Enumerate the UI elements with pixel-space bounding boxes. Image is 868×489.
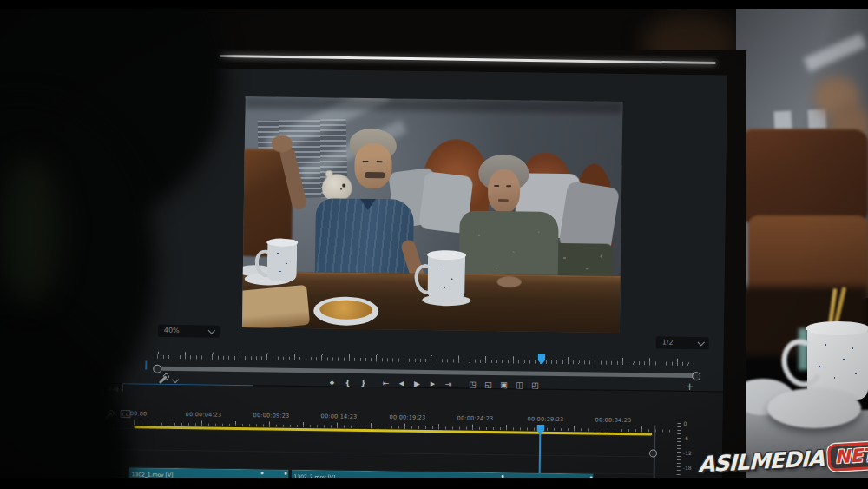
- man-eye: [377, 161, 383, 162]
- man-raised-hand: [272, 135, 293, 152]
- add-marker-button[interactable]: ◆: [327, 376, 337, 388]
- ruler-timecode: 00:00:14:23: [321, 413, 358, 420]
- monitor-zoom-select[interactable]: 40%: [158, 325, 220, 338]
- multi-camera-button[interactable]: ◰: [530, 380, 540, 392]
- leather-chair-back: [740, 129, 868, 224]
- ruler-timecode: 00:00:34:23: [595, 417, 632, 425]
- button-editor-plus-button[interactable]: +: [685, 380, 694, 393]
- ruler-timecode: 00:00:19:23: [390, 413, 426, 421]
- step-back-button[interactable]: ◀: [397, 377, 406, 389]
- letterbox-top: [0, 0, 868, 9]
- man-eye: [363, 161, 369, 162]
- go-to-in-button[interactable]: ⇤: [381, 377, 391, 389]
- ruler-timecode: 00:00: [130, 410, 148, 417]
- woman-eye: [494, 185, 499, 187]
- watermark-brand-text: ASILMEDIA: [698, 446, 824, 478]
- play-button[interactable]: ▶: [412, 378, 422, 390]
- scrollbar-left-handle[interactable]: [153, 365, 161, 373]
- silhouette-green-tint: [0, 156, 61, 304]
- white-plate: [767, 388, 861, 428]
- film-still-frame: 40% 1/2 ◆ { } ⇤ ◀ ▶ ▶ ⇥ ◳ ◱ ▣ ◫ ◰ +: [0, 0, 868, 489]
- ruler-timecode: 00:00:04:23: [186, 411, 222, 419]
- meter-scale-label: -12: [683, 450, 692, 456]
- letterbox-bottom: [0, 478, 868, 489]
- panel-focus-border: [145, 360, 147, 369]
- playback-resolution-select[interactable]: 1/2: [656, 337, 709, 350]
- bread: [242, 285, 310, 331]
- extract-button[interactable]: ◱: [483, 379, 493, 391]
- watermark-net-badge: NET: [827, 441, 868, 471]
- clip-fx-dot: [285, 472, 287, 475]
- scrollbar-knob[interactable]: [649, 449, 657, 457]
- clip-fx-dot: [261, 472, 264, 474]
- white-dog: [322, 174, 352, 201]
- ruler-timecode: 00:00:24:23: [457, 414, 494, 422]
- table-mug: [267, 241, 298, 281]
- ruler-timecode: 00:00:09:23: [253, 412, 290, 420]
- meter-scale-label: 0: [683, 420, 687, 426]
- chevron-down-icon: [208, 327, 215, 334]
- chevron-down-icon: [697, 339, 704, 346]
- meter-scale-label: -18: [683, 465, 692, 471]
- playback-resolution-value: 1/2: [662, 339, 674, 347]
- table-mug: [427, 254, 465, 300]
- man-face: [354, 143, 392, 189]
- step-forward-button[interactable]: ▶: [428, 378, 437, 390]
- mark-in-button[interactable]: {: [343, 377, 352, 389]
- meter-scale-label: -6: [683, 435, 688, 441]
- woman-hands: [497, 276, 522, 287]
- ruler-timecode: 00:00:29:23: [528, 415, 564, 423]
- monitor-zoom-value: 40%: [164, 327, 180, 334]
- go-to-out-button[interactable]: ⇥: [444, 378, 453, 390]
- export-frame-button[interactable]: ▣: [499, 379, 509, 391]
- man-mustache: [365, 172, 385, 178]
- woman-mouth: [498, 199, 509, 202]
- mark-out-button[interactable]: }: [358, 377, 368, 389]
- scrollbar-right-handle[interactable]: [692, 372, 700, 380]
- program-video-frame[interactable]: [242, 96, 623, 333]
- woman-eye: [506, 185, 511, 187]
- lift-button[interactable]: ◳: [468, 379, 477, 391]
- comparison-view-button[interactable]: ◫: [515, 379, 524, 391]
- mug-rim: [806, 321, 868, 335]
- woman-face: [488, 169, 521, 213]
